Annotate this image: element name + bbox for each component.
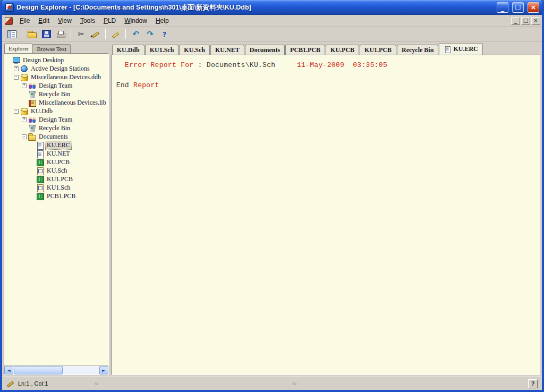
cut-button[interactable]: ✂ — [74, 28, 88, 40]
document-tab-label: KU1.PCB — [364, 46, 392, 54]
document-tab-label: KU.Ddb — [117, 46, 140, 54]
tree-item-ku-sch[interactable]: KU.Sch — [6, 166, 107, 175]
tree-item-miscellaneous-devices-lib[interactable]: Miscellaneous Devices.lib — [6, 98, 107, 107]
save-button[interactable] — [40, 28, 53, 40]
tree-indent — [6, 120, 22, 120]
tree-item-label: Active Design Stations — [30, 65, 91, 73]
document-tab-label: KU.NET — [215, 46, 240, 54]
document-tab-ku-sch[interactable]: KU.Sch — [179, 45, 210, 55]
wizard-button[interactable] — [109, 28, 122, 40]
document-tab-ku-pcb[interactable]: KU.PCB — [326, 45, 359, 55]
tree-item-active-design-stations[interactable]: +Active Design Stations — [6, 64, 107, 73]
tree-item-label: Recycle Bin — [38, 90, 71, 98]
tree-item-ku-pcb[interactable]: KU.PCB — [6, 158, 107, 166]
tree-item-recycle-bin[interactable]: Recycle Bin — [6, 90, 107, 98]
tree-item-miscellaneous-devices-ddb[interactable]: -Miscellaneous Devices.ddb — [6, 73, 107, 81]
workspace: ExplorerBrowse Text Design Desktop+Activ… — [2, 42, 542, 377]
document-tab-documents[interactable]: Documents — [245, 45, 285, 55]
toggle-explorer-panel-button[interactable] — [5, 28, 19, 40]
mdi-minimize-button[interactable]: _ — [511, 17, 520, 25]
document-tab-pcb1-pcb[interactable]: PCB1.PCB — [285, 45, 325, 55]
undo-arrow-icon: ↶ — [131, 30, 140, 38]
expander-minus-icon[interactable]: - — [14, 109, 19, 114]
pencil-icon — [91, 30, 100, 38]
tree-item-ku1-pcb[interactable]: KU1.PCB — [6, 175, 107, 183]
tree-connector — [30, 168, 35, 173]
menu-edit[interactable]: Edit — [34, 15, 54, 26]
expander-minus-icon[interactable]: - — [22, 134, 27, 139]
status-help-button[interactable]: ? — [528, 379, 538, 388]
print-button[interactable] — [54, 28, 67, 40]
maximize-button[interactable]: □ — [512, 2, 524, 13]
undo-button[interactable]: ↶ — [129, 28, 142, 40]
document-tab-ku-erc[interactable]: KU.ERC — [439, 43, 482, 55]
scroll-left-button[interactable]: ◄ — [4, 366, 13, 374]
tree-item-design-team[interactable]: +Design Team — [6, 115, 107, 124]
menu-pld[interactable]: PLD — [99, 15, 120, 26]
tree-item-pcb1-pcb[interactable]: PCB1.PCB — [6, 192, 107, 200]
document-tab-ku1-pcb[interactable]: KU1.PCB — [360, 45, 396, 55]
close-button[interactable]: × — [528, 2, 539, 13]
pcb-icon — [36, 176, 44, 183]
doc-icon — [36, 150, 44, 157]
document-tab-ku1-sch[interactable]: KU1.Sch — [145, 45, 179, 55]
redo-button[interactable]: ↷ — [143, 28, 157, 40]
tree-item-design-desktop[interactable]: Design Desktop — [6, 56, 107, 64]
report-text: End — [116, 81, 133, 89]
report-text: : Documents\KU.Sch — [198, 61, 297, 69]
tree-connector — [22, 100, 27, 105]
tree-item-label: PCB1.PCB — [46, 192, 76, 200]
window-title: Design Explorer - [C:\Documents and Sett… — [16, 3, 493, 12]
tree-item-label: Design Desktop — [22, 56, 65, 64]
tree-indent — [6, 137, 22, 137]
tree-item-ku-erc[interactable]: KU.ERC — [6, 141, 107, 149]
scrollbar-thumb[interactable] — [14, 366, 63, 374]
expander-plus-icon[interactable]: + — [14, 66, 19, 71]
tab-browse-text[interactable]: Browse Text — [32, 44, 71, 53]
mdi-close-button[interactable]: × — [531, 17, 540, 25]
menu-tools[interactable]: Tools — [76, 15, 99, 26]
document-tab-label: KU.Sch — [184, 46, 205, 54]
expander-minus-icon[interactable]: - — [14, 75, 19, 80]
tree-item-design-team[interactable]: +Design Team — [6, 81, 107, 90]
team-icon — [28, 116, 36, 123]
close-icon: × — [531, 3, 537, 11]
document-tab-ku-ddb[interactable]: KU.Ddb — [112, 45, 144, 55]
report-text: Error Report For — [116, 61, 198, 69]
mdi-restore-button[interactable]: □ — [521, 17, 530, 25]
menu-help[interactable]: Help — [151, 15, 173, 26]
tree-item-ku-net[interactable]: KU.NET — [6, 149, 107, 158]
document-tab-recycle-bin[interactable]: Recycle Bin — [397, 45, 438, 55]
scrollbar-track[interactable] — [13, 366, 99, 374]
tree-item-label: Design Team — [38, 116, 73, 124]
tree-indent — [6, 103, 22, 103]
scroll-right-button[interactable]: ► — [99, 366, 108, 374]
tree-item-recycle-bin[interactable]: Recycle Bin — [6, 124, 107, 132]
design-explorer-app-icon[interactable] — [5, 3, 14, 12]
expander-plus-icon[interactable]: + — [22, 83, 27, 88]
open-folder-icon — [28, 30, 37, 38]
open-document-button[interactable] — [26, 28, 39, 40]
tab-explorer[interactable]: Explorer — [4, 44, 33, 53]
team-icon — [28, 82, 36, 89]
document-tab-ku-net[interactable]: KU.NET — [210, 45, 244, 55]
menu-bar: FileEditViewToolsPLDWindowHelp _ □ × — [2, 15, 542, 27]
menu-view[interactable]: View — [54, 15, 76, 26]
tree-item-label: KU.ERC — [46, 141, 71, 149]
recycle-icon — [28, 125, 36, 132]
tree-indent — [6, 162, 30, 163]
expander-plus-icon[interactable]: + — [22, 117, 27, 122]
tree-item-ku-ddb[interactable]: -KU.Ddb — [6, 107, 107, 115]
tree-item-documents[interactable]: -Documents — [6, 132, 107, 141]
minimize-button[interactable]: _ — [497, 2, 508, 13]
menu-file[interactable]: File — [15, 15, 34, 26]
menu-window[interactable]: Window — [120, 15, 151, 26]
tree-item-ku1-sch[interactable]: KU1.Sch — [6, 183, 107, 192]
draw-line-button[interactable] — [89, 28, 102, 40]
help-button[interactable]: ? — [158, 28, 171, 40]
tree-connector — [30, 160, 35, 165]
report-line: Error Report For : Documents\KU.Sch 11-M… — [116, 60, 536, 70]
tree-item-label: Miscellaneous Devices.lib — [38, 99, 107, 107]
mdi-child-icon[interactable] — [5, 17, 13, 25]
erc-report-view[interactable]: Error Report For : Documents\KU.Sch 11-M… — [112, 55, 540, 375]
